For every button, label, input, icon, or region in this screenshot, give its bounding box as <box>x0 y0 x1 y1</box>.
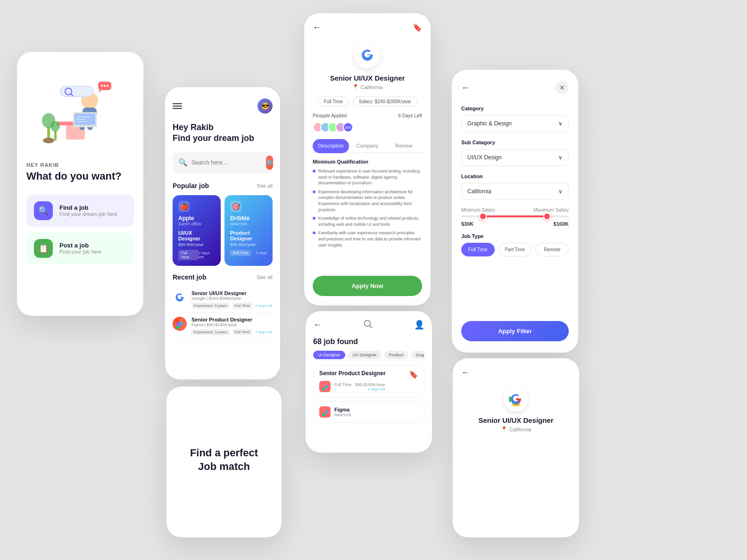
find-job-card[interactable]: 🔍 Find a job Find your dream job here <box>26 195 134 227</box>
figma-name: Figma <box>334 407 351 412</box>
detail-location: 📍 California <box>313 84 422 90</box>
qual-item-2: Experience developing information archit… <box>313 189 422 213</box>
search-bar[interactable]: 🔍 ⚙️ <box>173 152 273 173</box>
apple-days-left: 2 days left <box>199 251 215 259</box>
qual-item-1: Relevant experience in user-focused writ… <box>313 168 422 186</box>
dribble-logo: 🎯 <box>230 201 241 212</box>
applied-row: Peopple Applied 6 Days Left <box>313 113 422 118</box>
screen-bottom-welcome: Find a perfect Job match <box>166 387 282 537</box>
salary-min-value: $30K <box>461 221 473 227</box>
google-job-meta: Experience: 5 years Full Time 2 days lef… <box>191 303 273 309</box>
cat-ux-designer[interactable]: UX Designer <box>348 351 382 359</box>
apple-logo: 🍎 <box>178 201 190 212</box>
nav-header: 😎 <box>173 99 273 114</box>
subcategory-label: Sub Catagory <box>461 140 569 145</box>
filter-back-button[interactable]: ← <box>461 83 470 93</box>
bottom-welcome-title: Find a perfect Job match <box>190 446 258 473</box>
recent-job-figma[interactable]: Senior Product Designer Figma | $80-$180… <box>173 313 273 339</box>
jobtype-fulltime[interactable]: Full Time <box>461 243 495 256</box>
figma-type-badge: Full Time <box>232 329 252 335</box>
user-avatar[interactable]: 😎 <box>257 99 273 114</box>
svg-point-12 <box>43 138 54 143</box>
popular-see-all[interactable]: See all <box>257 183 273 189</box>
screen-welcome: HEY RAKIB What do you want? 🔍 Find a job… <box>17 52 143 316</box>
popular-cards: 🍎 Apple Zurich office UI/UX Designer $80… <box>173 195 273 266</box>
welcome-illustration <box>28 65 132 155</box>
apply-now-button[interactable]: Apply Now <box>313 276 422 296</box>
apple-company: Apple <box>178 215 215 222</box>
find-job-text: Find a job Find your dream job here <box>59 204 117 217</box>
bottom-location-pin: 📍 <box>501 426 507 432</box>
cat-graphics[interactable]: Graphics <box>411 351 424 359</box>
applied-avatars: 20K <box>313 122 422 132</box>
google-job-title: Senior UI/UX Designer <box>191 290 273 296</box>
google-logo-detail <box>354 42 381 68</box>
popular-card-apple[interactable]: 🍎 Apple Zurich office UI/UX Designer $80… <box>173 195 221 266</box>
tab-review[interactable]: Review <box>386 139 422 152</box>
svg-point-20 <box>107 85 108 87</box>
bookmark-icon-search[interactable]: 🔖 <box>409 370 418 379</box>
figma-logo-search <box>319 381 331 392</box>
recent-section-header: Recent job See all <box>173 273 273 281</box>
salary-max-thumb[interactable] <box>543 213 551 220</box>
subcategory-select[interactable]: UI/UX Design ∨ <box>461 149 569 166</box>
qual-dot-2 <box>313 190 315 193</box>
search-back-button[interactable]: ← <box>313 320 322 330</box>
subcategory-value: UI/UX Design <box>467 154 502 161</box>
jobs-found-count: 68 job found <box>313 338 424 346</box>
detail-back-button[interactable]: ← <box>313 23 321 33</box>
screen-search: ← 👤 68 job found UI Designer UX Designer… <box>306 311 432 453</box>
location-select[interactable]: California ∨ <box>461 183 569 200</box>
recent-job-google[interactable]: Senior UI/UX Designer Google | $240-$280… <box>173 287 273 313</box>
category-label: Category <box>461 106 569 111</box>
figma-job-meta: Experience: 3 years Full Time 3 days lef… <box>191 329 273 335</box>
google-job-info: Senior UI/UX Designer Google | $240-$280… <box>191 290 273 309</box>
filter-icon: ⚙️ <box>266 159 273 166</box>
filter-person-icon[interactable]: 👤 <box>414 320 424 330</box>
apple-card-footer: Full Time 2 days left <box>178 250 215 260</box>
apply-filter-button[interactable]: Apply Filter <box>461 321 569 341</box>
search-job-title: Senior Product Designer <box>319 370 386 377</box>
detail-nav: ← 🔖 <box>313 23 422 33</box>
tag-salary: Salary: $240-$280K/year <box>353 97 417 107</box>
qual-text-2: Experience developing information archit… <box>318 189 422 213</box>
welcome-title: What do you want? <box>26 170 122 183</box>
filter-button[interactable]: ⚙️ <box>266 156 273 170</box>
bottom-google-logo <box>504 387 528 412</box>
post-job-card[interactable]: 📋 Post a job Post your job here <box>26 232 134 264</box>
qual-dot-4 <box>313 231 315 234</box>
category-select[interactable]: Graphic & Design ∨ <box>461 115 569 132</box>
svg-point-11 <box>50 121 60 132</box>
screen-filter: ← ✕ Category Graphic & Design ∨ Sub Cata… <box>452 70 578 353</box>
search-job-row: Full Time $80-$180K/year 3 days left <box>319 381 418 392</box>
salary-range-labels: Minimum Salary Maximum Salary <box>461 207 569 213</box>
jobtype-parttime[interactable]: Part Time <box>498 243 532 256</box>
popular-card-dribble[interactable]: 🎯 Dribble NewYork Product Designer $60-8… <box>224 195 273 266</box>
figma-days-left: 3 days left <box>255 330 272 334</box>
jobtype-remote[interactable]: Remote <box>535 243 569 256</box>
hamburger-menu[interactable] <box>173 103 182 109</box>
apple-job-title: UI/UX Designer <box>178 230 215 241</box>
tab-company[interactable]: Company <box>349 139 385 152</box>
recent-see-all[interactable]: See all <box>257 274 273 280</box>
figma-logo-search-2 <box>319 406 331 418</box>
filter-close-button[interactable]: ✕ <box>556 81 569 94</box>
tab-description[interactable]: Description <box>313 139 349 153</box>
qual-text-3: Knowledge of online technology and relat… <box>318 215 422 227</box>
qualification-title: Minimum Qualification <box>313 159 422 165</box>
bottom-detail-back[interactable]: ← <box>461 368 470 378</box>
post-job-icon: 📋 <box>34 239 53 258</box>
tag-fulltime: Full Time <box>317 97 349 107</box>
search-result-card-2[interactable]: Figma NewYork <box>313 401 424 423</box>
search-input[interactable] <box>191 159 262 166</box>
svg-point-19 <box>104 85 106 87</box>
cat-product[interactable]: Product <box>384 351 408 359</box>
search-nav: ← 👤 <box>313 319 424 331</box>
search-days-left: 3 days left <box>334 387 385 391</box>
salary-min-thumb[interactable] <box>479 213 487 220</box>
detail-tags-row: Full Time Salary: $240-$280K/year <box>313 97 422 107</box>
apple-salary: $80-90K/year <box>178 242 215 247</box>
bookmark-button[interactable]: 🔖 <box>413 23 422 32</box>
cat-ui-designer[interactable]: UI Designer <box>313 351 345 359</box>
search-result-card[interactable]: Senior Product Designer 🔖 Full Time $80-… <box>313 365 424 397</box>
